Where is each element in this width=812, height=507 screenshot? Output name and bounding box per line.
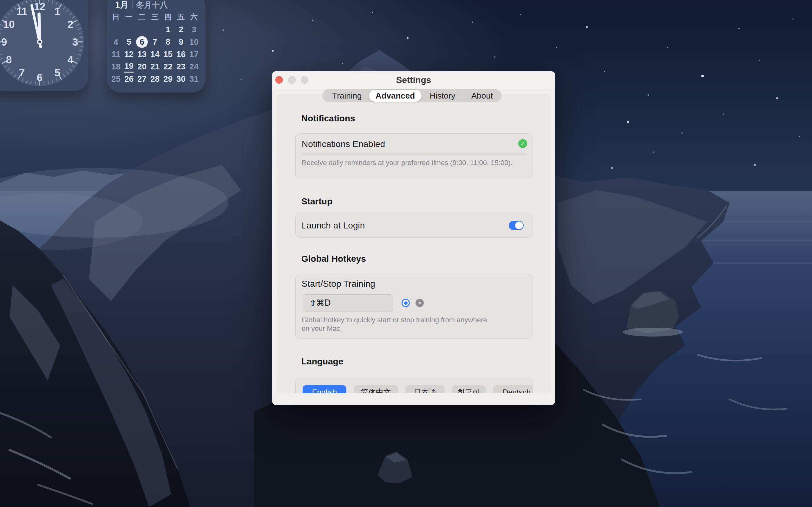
start-stop-training-label: Start/Stop Training: [302, 279, 375, 289]
launch-at-login-toggle[interactable]: [509, 221, 524, 230]
svg-text:8: 8: [6, 54, 12, 66]
calendar-widget[interactable]: 1月 冬月十八 日 一 二 三 四 五 六 1 2 3 4 5 6 7 8 9: [107, 0, 206, 93]
launch-at-login-label: Launch at Login: [302, 221, 365, 231]
notifications-description: Receive daily reminders at your preferre…: [302, 158, 526, 167]
calendar-day: 5: [122, 36, 136, 48]
calendar-day: 9: [174, 36, 188, 48]
calendar-day: 11: [109, 48, 122, 60]
calendar-day: 22: [161, 60, 174, 73]
startup-heading: Startup: [301, 196, 333, 207]
window-titlebar[interactable]: Settings: [272, 71, 555, 89]
calendar-day: 12: [122, 48, 136, 60]
startup-card: Launch at Login: [295, 213, 533, 238]
calendar-day: 1: [161, 23, 174, 36]
language-option-german[interactable]: Deutsch: [493, 385, 533, 393]
calendar-day: 10: [188, 36, 200, 48]
tab-advanced[interactable]: Advanced: [375, 89, 415, 102]
tab-bar: Training Advanced History About: [322, 89, 502, 102]
language-option-simplified-chinese[interactable]: 简体中文: [354, 385, 398, 393]
card-divider: [302, 154, 526, 155]
dow-thu: 四: [161, 12, 174, 22]
calendar-header-divider: [132, 1, 133, 9]
language-options-row: English 简体中文 日本語 한국어 Deutsch: [303, 385, 533, 393]
hotkey-input[interactable]: ⇧⌘D: [303, 294, 393, 312]
tab-separator: [464, 92, 464, 100]
svg-text:1: 1: [55, 5, 60, 17]
notifications-enabled-label: Notifications Enabled: [302, 139, 385, 149]
hotkeys-card: Start/Stop Training ⇧⌘D ✕ Global hotkey …: [295, 274, 533, 339]
language-option-korean[interactable]: 한국어: [452, 385, 486, 393]
calendar-grid: 1 2 3 4 5 6 7 8 9 10 11 12 13 14 15 16 1…: [109, 23, 200, 85]
calendar-day: 23: [174, 60, 188, 73]
svg-text:6: 6: [37, 72, 43, 83]
global-hotkeys-heading: Global Hotkeys: [301, 254, 366, 264]
svg-text:5: 5: [55, 67, 60, 78]
calendar-day: 18: [109, 60, 122, 73]
dow-wed: 三: [148, 12, 161, 22]
svg-text:7: 7: [19, 67, 25, 78]
desktop: 12 1 2 3 4 5 6 7 8 9 10 11 1月: [0, 0, 812, 507]
tab-history[interactable]: History: [430, 89, 455, 102]
svg-text:2: 2: [67, 18, 73, 30]
dow-mon: 一: [122, 12, 136, 22]
calendar-day: [136, 23, 148, 36]
svg-text:10: 10: [3, 18, 15, 30]
calendar-day-headers: 日 一 二 三 四 五 六: [109, 12, 200, 21]
tab-training[interactable]: Training: [333, 89, 362, 102]
clear-hotkey-button[interactable]: ✕: [415, 299, 424, 307]
svg-text:4: 4: [67, 54, 73, 66]
calendar-header: 1月 冬月十八: [115, 0, 168, 10]
settings-window: Settings Training Advanced History About…: [272, 71, 555, 405]
calendar-day: 7: [148, 36, 161, 48]
calendar-lunar-label: 冬月十八: [136, 0, 168, 10]
svg-text:9: 9: [1, 36, 7, 48]
language-option-english[interactable]: English: [303, 385, 346, 393]
dow-tue: 二: [136, 12, 148, 22]
calendar-day: 21: [148, 60, 161, 73]
calendar-day: 27: [136, 73, 148, 85]
calendar-day: 25: [109, 73, 122, 85]
calendar-day: 4: [109, 36, 122, 48]
calendar-day: 16: [174, 48, 188, 60]
calendar-day: 17: [188, 48, 200, 60]
window-title: Settings: [272, 71, 555, 89]
calendar-day: 15: [161, 48, 174, 60]
radio-dot: [404, 301, 408, 305]
calendar-day: 26: [122, 73, 136, 85]
calendar-day: [148, 23, 161, 36]
calendar-day: [109, 23, 122, 36]
calendar-month-label: 1月: [115, 0, 129, 10]
svg-text:11: 11: [16, 5, 28, 17]
language-option-japanese[interactable]: 日本語: [405, 385, 445, 393]
dow-fri: 五: [174, 12, 188, 22]
record-hotkey-radio-icon[interactable]: [402, 299, 410, 307]
calendar-day: 24: [188, 60, 200, 73]
calendar-day: 3: [188, 23, 200, 36]
hotkey-description: Global hotkey to quickly start or stop t…: [302, 316, 505, 333]
dow-sat: 六: [188, 12, 200, 22]
language-heading: Language: [301, 356, 343, 367]
calendar-day: 31: [188, 73, 200, 85]
calendar-day: 28: [148, 73, 161, 85]
svg-text:12: 12: [34, 1, 46, 12]
toggle-knob: [515, 222, 523, 229]
dow-sun: 日: [109, 12, 122, 22]
calendar-day-selected: 6: [136, 36, 148, 48]
launch-at-login-row: Launch at Login: [302, 213, 526, 238]
calendar-day: 8: [161, 36, 174, 48]
calendar-day: 14: [148, 48, 161, 60]
calendar-day: [122, 23, 136, 36]
calendar-day-today: 19: [122, 60, 136, 73]
calendar-day: 29: [161, 73, 174, 85]
notifications-enabled-row[interactable]: Notifications Enabled: [302, 134, 526, 154]
notifications-heading: Notifications: [301, 113, 355, 124]
language-card: English 简体中文 日本語 한국어 Deutsch: [295, 378, 533, 393]
settings-scroll-area[interactable]: Notifications Notifications Enabled ✓ Re…: [276, 95, 551, 393]
notifications-card: Notifications Enabled ✓ Receive daily re…: [295, 133, 533, 178]
clock-widget[interactable]: 12 1 2 3 4 5 6 7 8 9 10 11: [0, 0, 88, 91]
calendar-day: 30: [174, 73, 188, 85]
tab-about[interactable]: About: [471, 89, 493, 102]
calendar-day: 2: [174, 23, 188, 36]
calendar-day: 20: [136, 60, 148, 73]
svg-text:3: 3: [72, 36, 78, 48]
